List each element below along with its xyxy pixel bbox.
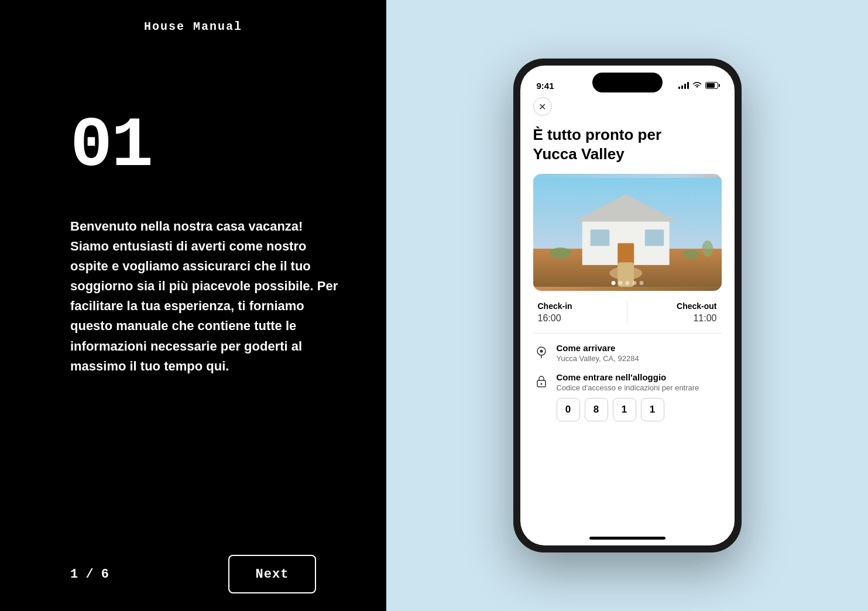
svg-point-16 [540, 383, 542, 385]
arrive-text: Come arrivare Yucca Valley, CA, 92284 [557, 343, 722, 363]
wifi-icon [692, 81, 702, 90]
svg-point-13 [540, 350, 543, 353]
enter-subtitle: Codice d'accesso e indicazioni per entra… [557, 383, 722, 392]
image-dots [611, 281, 643, 285]
home-indicator [589, 537, 665, 540]
welcome-description: Benvenuto nella nostra casa vacanza! Sia… [70, 217, 339, 376]
code-digit-4: 1 [641, 398, 664, 421]
lock-icon [533, 373, 550, 390]
svg-point-9 [549, 248, 571, 259]
check-out-time: 11:00 [632, 313, 717, 324]
phone-mockup: 9:41 [513, 59, 742, 552]
phone-screen: 9:41 [520, 66, 735, 545]
page-indicator: 1 / 6 [70, 567, 109, 582]
right-panel: 9:41 [386, 0, 868, 611]
dynamic-island [592, 73, 663, 92]
close-icon: ✕ [538, 101, 546, 112]
phone-content: ✕ È tutto pronto per Yucca Valley [520, 97, 735, 532]
svg-rect-6 [644, 229, 664, 246]
enter-row: Come entrare nell'alloggio Codice d'acce… [533, 372, 722, 421]
status-icons [678, 81, 718, 90]
section-number: 01 [70, 111, 152, 181]
dot-1 [611, 281, 615, 285]
arrive-title: Come arrivare [557, 343, 722, 353]
svg-point-10 [682, 250, 699, 259]
greeting-title: È tutto pronto per Yucca Valley [533, 125, 722, 163]
dot-5 [639, 281, 643, 285]
dot-4 [632, 281, 636, 285]
signal-icon [678, 82, 689, 89]
status-time: 9:41 [537, 81, 554, 91]
svg-rect-5 [590, 229, 609, 246]
code-digit-2: 8 [585, 398, 608, 421]
svg-point-11 [702, 241, 713, 257]
app-title: House Manual [144, 20, 242, 33]
svg-rect-4 [617, 243, 634, 265]
location-icon [533, 344, 550, 361]
bottom-bar: 1 / 6 Next [0, 555, 386, 593]
house-photo [533, 174, 722, 291]
check-in-block: Check-in 16:00 [533, 301, 628, 324]
enter-title: Come entrare nell'alloggio [557, 372, 722, 382]
code-digit-1: 0 [557, 398, 580, 421]
code-digit-3: 1 [613, 398, 636, 421]
check-out-block: Check-out 11:00 [627, 301, 722, 324]
arrive-row: Come arrivare Yucca Valley, CA, 92284 [533, 343, 722, 363]
dot-2 [618, 281, 622, 285]
check-times-row: Check-in 16:00 Check-out 11:00 [533, 301, 722, 334]
arrive-subtitle: Yucca Valley, CA, 92284 [557, 354, 722, 363]
next-button[interactable]: Next [228, 555, 316, 593]
access-code: 0 8 1 1 [557, 398, 722, 421]
check-in-time: 16:00 [538, 313, 623, 324]
left-panel: House Manual 01 Benvenuto nella nostra c… [0, 0, 386, 611]
check-in-label: Check-in [538, 301, 623, 311]
dot-3 [625, 281, 629, 285]
enter-text: Come entrare nell'alloggio Codice d'acce… [557, 372, 722, 421]
close-button[interactable]: ✕ [533, 97, 552, 116]
check-out-label: Check-out [632, 301, 717, 311]
battery-icon [705, 82, 718, 89]
